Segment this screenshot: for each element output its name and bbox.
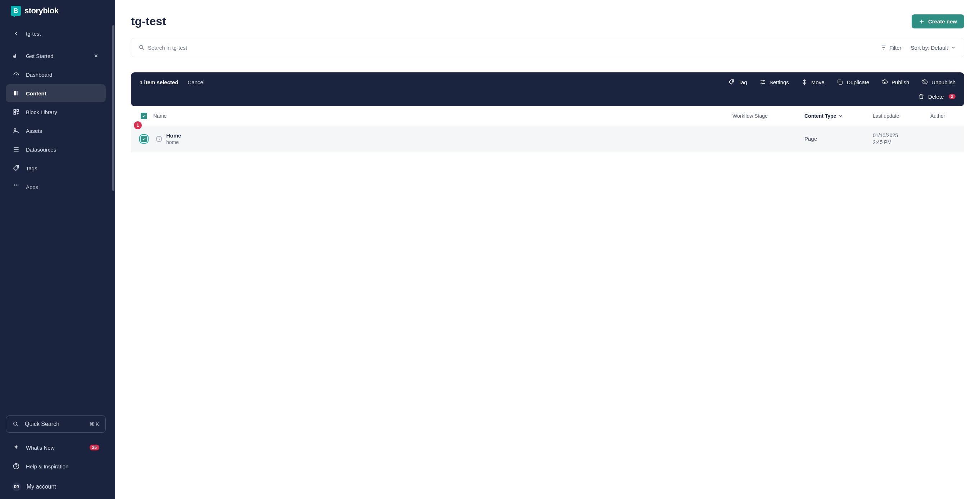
row-update-time: 2:45 PM — [873, 139, 930, 146]
table-row[interactable]: 1 Home home Page 01/10/2025 2:45 PM — [131, 126, 964, 152]
row-update-date: 01/10/2025 — [873, 132, 930, 139]
sidebar-item-label: What's New — [26, 445, 55, 451]
svg-rect-1 — [17, 91, 18, 96]
th-author[interactable]: Author — [930, 113, 959, 119]
svg-point-12 — [140, 45, 143, 49]
row-checkbox[interactable] — [141, 136, 147, 142]
th-workflow-stage[interactable]: Workflow Stage — [732, 113, 805, 119]
sidebar-item-label: Apps — [26, 184, 38, 190]
apps-icon — [12, 183, 20, 191]
sidebar-item-block-library[interactable]: Block Library — [6, 103, 106, 121]
tag-icon — [728, 79, 735, 85]
gauge-icon — [12, 70, 20, 78]
delete-label: Delete — [928, 94, 943, 100]
th-name[interactable]: Name — [152, 113, 732, 119]
row-badge: 1 — [134, 121, 142, 129]
th-last-update[interactable]: Last update — [873, 113, 930, 119]
create-new-label: Create new — [928, 18, 957, 24]
sidebar-item-help[interactable]: Help & Inspiration — [6, 457, 106, 475]
row-title: Home — [166, 132, 732, 139]
svg-point-5 — [14, 129, 16, 130]
cancel-selection-button[interactable]: Cancel — [188, 79, 205, 85]
sidebar-item-label: Block Library — [26, 109, 57, 115]
create-new-button[interactable]: Create new — [912, 14, 964, 29]
sidebar-item-label: Dashboard — [26, 72, 52, 78]
duplicate-button[interactable]: Duplicate — [837, 79, 870, 85]
unpublish-button[interactable]: Unpublish — [921, 79, 956, 85]
assets-icon — [12, 127, 20, 135]
sidebar-item-get-started[interactable]: Get Started — [6, 47, 106, 65]
unpublish-label: Unpublish — [931, 79, 956, 85]
sidebar-nav: tg-test Get Started Dashboard — [0, 23, 111, 413]
status-icon — [152, 136, 166, 143]
chevron-down-icon — [951, 45, 956, 50]
plus-icon — [919, 19, 924, 24]
sidebar-account[interactable]: RR My account — [0, 477, 111, 499]
move-button[interactable]: Move — [801, 79, 824, 85]
sidebar-item-content[interactable]: Content — [6, 84, 106, 102]
settings-label: Settings — [770, 79, 789, 85]
select-all-checkbox[interactable] — [141, 113, 147, 119]
sidebar-back[interactable]: tg-test — [6, 24, 106, 43]
arrow-left-icon — [12, 30, 20, 37]
svg-rect-0 — [14, 91, 16, 96]
sparkle-icon — [12, 443, 20, 451]
close-icon[interactable] — [93, 53, 99, 59]
svg-point-15 — [761, 83, 762, 84]
settings-icon — [759, 79, 766, 85]
search-bar: Filter Sort by: Default — [131, 38, 964, 57]
publish-button[interactable]: Publish — [881, 79, 909, 85]
tag-icon — [12, 164, 20, 172]
row-update: 01/10/2025 2:45 PM — [873, 132, 930, 146]
sidebar-item-label: Get Started — [26, 53, 54, 59]
selection-bar: 1 item selected Cancel Tag Settings Move — [131, 72, 964, 106]
sidebar-item-whats-new[interactable]: What's New 25 — [6, 438, 106, 456]
svg-point-13 — [732, 81, 733, 81]
tag-label: Tag — [738, 79, 747, 85]
search-icon — [138, 44, 145, 51]
selection-count: 1 item selected — [140, 79, 178, 85]
brand-logo[interactable]: B storyblok — [0, 0, 111, 23]
sidebar-back-label: tg-test — [26, 30, 41, 37]
tag-button[interactable]: Tag — [728, 79, 747, 85]
help-icon — [12, 462, 20, 470]
search-icon — [13, 421, 19, 427]
delete-button[interactable]: Delete 2 — [918, 93, 956, 100]
sidebar-item-label: Tags — [26, 165, 37, 171]
svg-point-8 — [16, 184, 17, 185]
quick-search-label: Quick Search — [25, 421, 59, 427]
th-content-type[interactable]: Content Type — [805, 113, 873, 119]
account-label: My account — [27, 483, 56, 490]
datasources-icon — [12, 145, 20, 153]
page-title: tg-test — [131, 15, 166, 28]
sidebar: B storyblok tg-test Get Started — [0, 0, 115, 499]
svg-rect-3 — [17, 110, 19, 111]
content-icon — [12, 89, 20, 97]
th-content-type-label: Content Type — [805, 113, 836, 119]
settings-button[interactable]: Settings — [759, 79, 789, 85]
filter-icon — [881, 45, 886, 50]
trash-icon — [918, 93, 924, 100]
svg-point-7 — [14, 184, 15, 185]
sort-label: Sort by: Default — [911, 45, 948, 51]
sidebar-item-dashboard[interactable]: Dashboard — [6, 65, 106, 83]
svg-point-6 — [17, 166, 18, 167]
quick-search[interactable]: Quick Search ⌘ K — [6, 416, 106, 433]
avatar: RR — [12, 482, 21, 491]
sidebar-item-apps[interactable]: Apps — [6, 178, 106, 196]
scrollbar[interactable] — [112, 25, 115, 191]
brand-name: storyblok — [24, 6, 59, 16]
sidebar-item-datasources[interactable]: Datasources — [6, 140, 106, 158]
sort-button[interactable]: Sort by: Default — [911, 45, 956, 51]
publish-label: Publish — [891, 79, 909, 85]
filter-button[interactable]: Filter — [881, 45, 901, 51]
move-label: Move — [811, 79, 824, 85]
sidebar-item-assets[interactable]: Assets — [6, 122, 106, 140]
sidebar-item-tags[interactable]: Tags — [6, 159, 106, 177]
svg-rect-4 — [14, 113, 16, 115]
whats-new-badge: 25 — [89, 445, 99, 450]
delete-count-badge: 2 — [949, 94, 956, 99]
sidebar-item-label: Datasources — [26, 147, 56, 153]
search-input[interactable] — [145, 40, 881, 56]
sidebar-item-label: Assets — [26, 128, 42, 134]
